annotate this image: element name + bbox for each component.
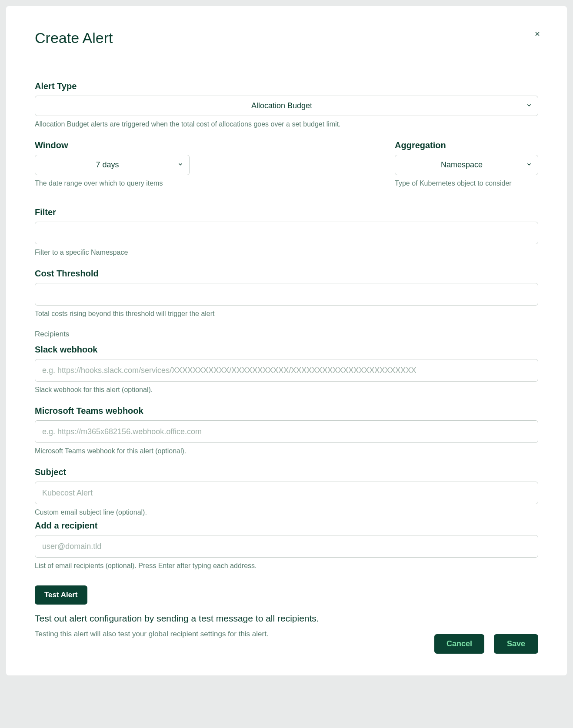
filter-help: Filter to a specific Namespace: [35, 249, 538, 256]
window-select[interactable]: 7 days: [35, 155, 190, 175]
alert-type-field: Alert Type Allocation Budget Allocation …: [35, 81, 538, 128]
test-alert-button[interactable]: Test Alert: [35, 585, 87, 605]
teams-webhook-field: Microsoft Teams webhook Microsoft Teams …: [35, 406, 538, 455]
window-aggregation-row: Window 7 days The date range over which …: [35, 140, 538, 199]
teams-webhook-help: Microsoft Teams webhook for this alert (…: [35, 447, 538, 455]
slack-webhook-input[interactable]: [35, 359, 538, 382]
filter-label: Filter: [35, 207, 538, 217]
alert-type-value: Allocation Budget: [251, 101, 312, 110]
cost-threshold-field: Cost Threshold Total costs rising beyond…: [35, 269, 538, 318]
alert-type-help: Allocation Budget alerts are triggered w…: [35, 120, 538, 128]
test-section: Test Alert Test out alert configuration …: [35, 585, 538, 638]
slack-webhook-field: Slack webhook Slack webhook for this ale…: [35, 345, 538, 394]
aggregation-value: Namespace: [441, 160, 483, 169]
cost-threshold-help: Total costs rising beyond this threshold…: [35, 310, 538, 318]
cancel-button[interactable]: Cancel: [434, 634, 484, 654]
modal-title: Create Alert: [35, 30, 113, 47]
subject-label: Subject: [35, 467, 538, 477]
aggregation-help: Type of Kubernetes object to consider: [395, 180, 538, 187]
alert-type-select[interactable]: Allocation Budget: [35, 96, 538, 116]
add-recipient-label: Add a recipient: [35, 521, 538, 531]
window-label: Window: [35, 140, 190, 150]
create-alert-modal: Create Alert Alert Type Allocation Budge…: [6, 6, 567, 675]
slack-webhook-label: Slack webhook: [35, 345, 538, 355]
add-recipient-input[interactable]: [35, 535, 538, 558]
subject-input[interactable]: [35, 482, 538, 504]
subject-field: Subject Custom email subject line (optio…: [35, 467, 538, 516]
aggregation-label: Aggregation: [395, 140, 538, 150]
modal-header: Create Alert: [35, 30, 538, 47]
add-recipient-help: List of email recipients (optional). Pre…: [35, 562, 538, 570]
filter-field: Filter Filter to a specific Namespace: [35, 207, 538, 256]
window-field: Window 7 days The date range over which …: [35, 140, 190, 187]
add-recipient-field: Add a recipient List of email recipients…: [35, 521, 538, 570]
teams-webhook-label: Microsoft Teams webhook: [35, 406, 538, 416]
window-value: 7 days: [96, 160, 119, 169]
alert-type-label: Alert Type: [35, 81, 538, 91]
aggregation-select[interactable]: Namespace: [395, 155, 538, 175]
cost-threshold-input[interactable]: [35, 283, 538, 306]
save-button[interactable]: Save: [494, 634, 538, 654]
close-button[interactable]: [531, 28, 543, 41]
subject-help: Custom email subject line (optional).: [35, 509, 538, 516]
close-icon: [534, 32, 541, 39]
cost-threshold-label: Cost Threshold: [35, 269, 538, 279]
teams-webhook-input[interactable]: [35, 420, 538, 443]
recipients-label: Recipients: [35, 330, 538, 339]
aggregation-field: Aggregation Namespace Type of Kubernetes…: [395, 140, 538, 187]
window-help: The date range over which to query items: [35, 180, 190, 187]
filter-input[interactable]: [35, 222, 538, 244]
test-alert-desc: Test out alert configuration by sending …: [35, 613, 538, 624]
slack-webhook-help: Slack webhook for this alert (optional).: [35, 386, 538, 394]
